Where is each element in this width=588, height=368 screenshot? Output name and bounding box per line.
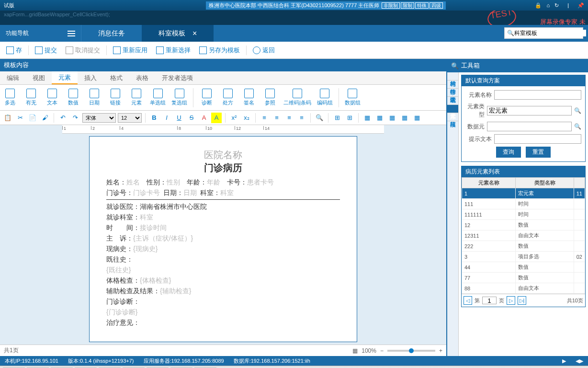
saveas-template-button[interactable]: 另存为模板 bbox=[195, 44, 244, 57]
next-page-icon[interactable]: ▷ bbox=[507, 296, 515, 305]
copy-icon[interactable]: 📋 bbox=[2, 113, 13, 123]
rb-code[interactable]: 编码组 bbox=[317, 89, 333, 106]
rb-hasnot[interactable]: 有无 bbox=[23, 89, 39, 106]
rb-datagroup[interactable]: 数据组 bbox=[345, 89, 361, 106]
mtab-table[interactable]: 表格 bbox=[129, 71, 155, 84]
elem-name-input[interactable] bbox=[494, 90, 581, 100]
table-row[interactable]: 1宏元素11 bbox=[462, 188, 585, 199]
hospital-name-field[interactable]: 医院名称 bbox=[106, 149, 340, 161]
pin-icon[interactable]: 📌 bbox=[577, 2, 584, 9]
reset-button[interactable]: 重置 bbox=[526, 147, 551, 158]
tab-dept-template[interactable]: 科室模板× bbox=[142, 25, 214, 42]
align-left-icon[interactable]: ≡ bbox=[259, 113, 270, 123]
grid2-icon[interactable]: ⊞ bbox=[344, 113, 355, 123]
layout4-icon[interactable]: ▦ bbox=[399, 113, 410, 123]
vtab-elemlib[interactable]: 元素库 bbox=[447, 105, 458, 113]
rb-rx[interactable]: 处方 bbox=[220, 89, 236, 106]
zoom-icon[interactable]: 🔍 bbox=[314, 113, 325, 123]
close-icon[interactable]: × bbox=[192, 29, 197, 38]
data-elem-input[interactable] bbox=[487, 122, 572, 131]
redo-icon[interactable]: ↷ bbox=[70, 113, 80, 123]
first-page-icon[interactable]: ◁ bbox=[464, 296, 472, 305]
align-justify-icon[interactable]: ≡ bbox=[296, 113, 307, 123]
undo-icon[interactable]: ↶ bbox=[57, 113, 68, 123]
mtab-insert[interactable]: 插入 bbox=[78, 71, 103, 84]
global-search[interactable]: 🔍 bbox=[504, 27, 583, 39]
search-input[interactable] bbox=[514, 30, 586, 36]
table-row[interactable]: 44数值 bbox=[462, 262, 585, 273]
mtab-element[interactable]: 元素 bbox=[52, 71, 78, 84]
font-select[interactable]: 宋体 bbox=[82, 113, 116, 123]
vtab-medexpr[interactable]: 医学表达式 bbox=[447, 89, 458, 97]
elem-type-input[interactable] bbox=[487, 106, 572, 115]
search-icon[interactable]: 🔍 bbox=[574, 107, 581, 114]
layout5-icon[interactable]: ▦ bbox=[412, 113, 422, 123]
rb-check[interactable]: 复选组 bbox=[171, 89, 187, 106]
bold-icon[interactable]: B bbox=[149, 113, 159, 123]
back-button[interactable]: 返回 bbox=[249, 44, 279, 57]
document-page[interactable]: 医院名称 门诊病历 姓名：姓名 性别：性别 年龄：年龄 卡号：患者卡号 门诊号：… bbox=[89, 136, 357, 342]
align-right-icon[interactable]: ≡ bbox=[284, 113, 294, 123]
arrow-icon[interactable]: ▶ bbox=[562, 358, 566, 364]
rb-element[interactable]: 元素 bbox=[129, 89, 144, 106]
table-row[interactable]: 3项目多选02 bbox=[462, 252, 585, 262]
layout1-icon[interactable]: ▦ bbox=[362, 113, 373, 123]
tab-messages[interactable]: 消息任务 bbox=[81, 25, 142, 42]
document-canvas[interactable]: 1248101214 医院名称 门诊病历 姓名：姓名 性别：性别 年龄：年龄 卡… bbox=[0, 125, 446, 345]
rb-multi[interactable]: 多选 bbox=[2, 89, 18, 106]
home-icon[interactable]: ⌂ bbox=[546, 2, 550, 8]
table-row[interactable]: 222数值 bbox=[462, 241, 585, 252]
zoom-out-icon[interactable]: − bbox=[380, 347, 384, 354]
mtab-edit[interactable]: 编辑 bbox=[0, 71, 26, 84]
table-row[interactable]: 12数值 bbox=[462, 220, 585, 230]
view-mode-icon[interactable]: ▦ bbox=[352, 347, 358, 354]
last-page-icon[interactable]: ▷| bbox=[518, 296, 526, 305]
paste-icon[interactable]: 📄 bbox=[27, 113, 38, 123]
rb-text[interactable]: 文本 bbox=[45, 89, 60, 106]
rb-link[interactable]: 链接 bbox=[108, 89, 123, 106]
rb-number[interactable]: 数值 bbox=[66, 89, 81, 106]
grid1-icon[interactable]: ⊞ bbox=[332, 113, 342, 123]
reselect-button[interactable]: 重新选择 bbox=[152, 44, 194, 57]
table-row[interactable]: 111111时间 bbox=[462, 209, 585, 220]
submit-button[interactable]: 提交 bbox=[31, 44, 61, 57]
sub-icon[interactable]: x₂ bbox=[241, 113, 252, 123]
vtab-special[interactable]: 特殊字符 bbox=[447, 80, 458, 89]
strike-icon[interactable]: S bbox=[186, 113, 197, 123]
highlight-icon[interactable]: A bbox=[211, 113, 222, 123]
rb-sign[interactable]: 签名 bbox=[241, 89, 257, 106]
save-button[interactable]: 存 bbox=[2, 44, 26, 57]
mtab-view[interactable]: 视图 bbox=[26, 71, 52, 84]
table-row[interactable]: 12311自由文本 bbox=[462, 230, 585, 241]
reapply-button[interactable]: 重新应用 bbox=[109, 44, 151, 57]
cut-icon[interactable]: ✂ bbox=[15, 113, 25, 123]
vtab-para[interactable]: 段落模 bbox=[447, 113, 458, 121]
brush-icon[interactable]: 🖌 bbox=[40, 113, 50, 123]
fontcolor-icon[interactable]: A bbox=[199, 113, 209, 123]
collapse-icon[interactable]: ◀▶ bbox=[576, 358, 583, 364]
hint-input[interactable] bbox=[494, 134, 581, 144]
italic-icon[interactable]: I bbox=[161, 113, 172, 123]
zoom-in-icon[interactable]: + bbox=[439, 347, 442, 354]
layout3-icon[interactable]: ▦ bbox=[387, 113, 397, 123]
table-row[interactable]: 111时间 bbox=[462, 199, 585, 209]
rb-date[interactable]: 日期 bbox=[87, 89, 102, 106]
rb-qr[interactable]: 二维码|条码 bbox=[283, 89, 311, 106]
mtab-format[interactable]: 格式 bbox=[103, 71, 129, 84]
vtab-dataelem[interactable]: 数据元 bbox=[447, 97, 458, 105]
align-center-icon[interactable]: ≡ bbox=[271, 113, 282, 123]
refresh-icon[interactable]: ↻ bbox=[554, 2, 559, 9]
hamburger-icon[interactable] bbox=[68, 31, 75, 36]
lock-icon[interactable]: 🔒 bbox=[535, 2, 542, 9]
rb-ref[interactable]: 参照 bbox=[262, 89, 278, 106]
size-select[interactable]: 12 bbox=[118, 113, 142, 123]
vtab-tree[interactable]: 结构树 bbox=[447, 72, 458, 80]
query-button[interactable]: 查询 bbox=[496, 147, 521, 158]
table-row[interactable]: 77数值 bbox=[462, 273, 585, 283]
nav-menu[interactable]: 功能导航 bbox=[0, 25, 81, 42]
sup-icon[interactable]: x² bbox=[229, 113, 239, 123]
zoom-slider[interactable] bbox=[387, 350, 435, 352]
mtab-dev[interactable]: 开发者选项 bbox=[155, 71, 200, 84]
layout2-icon[interactable]: ▦ bbox=[374, 113, 385, 123]
rb-diag[interactable]: 诊断 bbox=[199, 89, 215, 106]
